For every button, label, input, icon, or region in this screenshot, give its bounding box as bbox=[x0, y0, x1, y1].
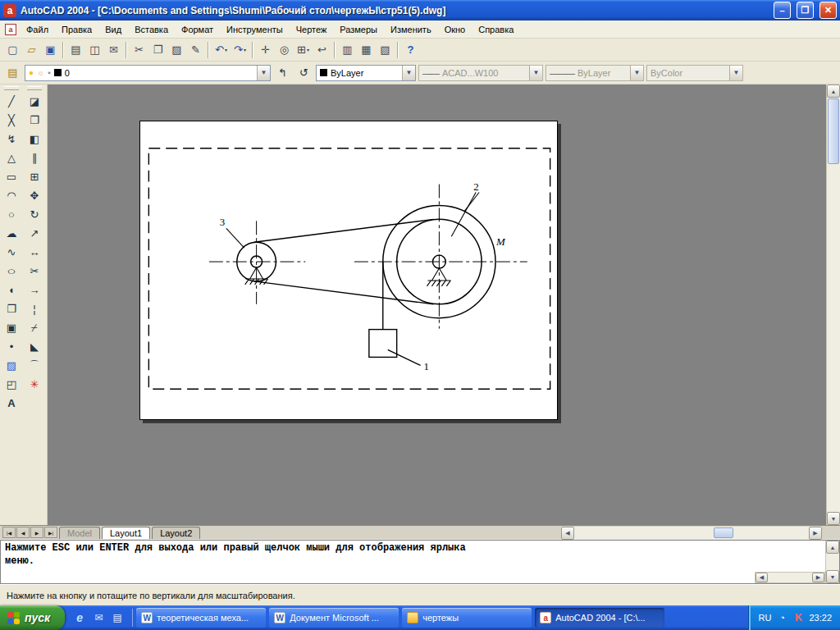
move-button[interactable]: ✥ bbox=[24, 186, 45, 205]
circle-button[interactable]: ○ bbox=[1, 205, 22, 224]
spline-button[interactable]: ∿ bbox=[1, 243, 22, 262]
break-at-point-button[interactable]: ¦ bbox=[24, 299, 45, 318]
command-window[interactable]: Нажмите ESC или ENTER для выхода или пра… bbox=[0, 540, 840, 584]
scroll-right-icon[interactable]: ▶ bbox=[809, 527, 822, 540]
scroll-left-icon[interactable]: ◀ bbox=[561, 527, 574, 540]
paper-sheet[interactable]: 1 2 3 M bbox=[139, 121, 558, 420]
tab-nav-first[interactable]: |◀ bbox=[2, 527, 16, 538]
point-button[interactable]: • bbox=[1, 337, 22, 356]
scroll-left-icon[interactable]: ◀ bbox=[756, 573, 768, 582]
scale-button[interactable]: ↗ bbox=[24, 224, 45, 243]
scrollbar-thumb[interactable] bbox=[714, 527, 733, 538]
line-button[interactable]: ╱ bbox=[1, 92, 22, 111]
horizontal-scrollbar[interactable]: ◀ ▶ bbox=[561, 527, 822, 539]
zoom-window-button[interactable]: ⊞ bbox=[294, 40, 313, 59]
ellipse-button[interactable]: ○ bbox=[1, 262, 22, 281]
tab-layout1[interactable]: Layout1 bbox=[102, 527, 150, 539]
chevron-down-icon[interactable]: ▼ bbox=[630, 66, 643, 80]
vertical-scrollbar[interactable]: ▲ ▼ bbox=[826, 84, 840, 525]
match-properties-button[interactable]: ✎ bbox=[186, 40, 205, 59]
menu-draw[interactable]: Чертеж bbox=[290, 22, 334, 37]
construction-line-button[interactable]: ╳ bbox=[1, 111, 22, 130]
stretch-button[interactable]: ↔ bbox=[24, 243, 45, 262]
menu-file[interactable]: Файл bbox=[20, 22, 55, 37]
make-object-layer-current-button[interactable]: ↰ bbox=[273, 63, 292, 82]
command-horizontal-scrollbar[interactable]: ◀ ▶ bbox=[755, 572, 825, 583]
layer-combo[interactable]: ● ☼ ▪ 0 ▼ bbox=[25, 65, 271, 81]
paste-button[interactable]: ▨ bbox=[167, 40, 186, 59]
quicklaunch-desktop-icon[interactable]: ▤ bbox=[109, 609, 126, 626]
break-button[interactable]: ⌿ bbox=[24, 318, 45, 337]
start-button[interactable]: пуск bbox=[0, 605, 65, 630]
lineweight-combo[interactable]: ——— ByLayer ▼ bbox=[546, 65, 644, 81]
chamfer-button[interactable]: ◣ bbox=[24, 337, 45, 356]
chevron-down-icon[interactable]: ▼ bbox=[729, 66, 742, 80]
menu-format[interactable]: Формат bbox=[175, 22, 220, 37]
menu-dimension[interactable]: Размеры bbox=[333, 22, 384, 37]
pan-button[interactable]: ✛ bbox=[256, 40, 275, 59]
polyline-button[interactable]: ↯ bbox=[1, 130, 22, 148]
copy-button[interactable]: ❐ bbox=[148, 40, 167, 59]
insert-block-button[interactable]: ❐ bbox=[1, 299, 22, 318]
chevron-down-icon[interactable]: ▼ bbox=[257, 66, 270, 80]
hatch-button[interactable]: ▨ bbox=[1, 356, 22, 375]
revision-cloud-button[interactable]: ☁ bbox=[1, 224, 22, 243]
scroll-up-icon[interactable]: ▲ bbox=[826, 541, 839, 554]
layer-previous-button[interactable]: ↺ bbox=[294, 63, 313, 82]
zoom-previous-button[interactable]: ↩ bbox=[313, 40, 331, 59]
explode-button[interactable]: ✳ bbox=[24, 375, 45, 394]
extend-button[interactable]: → bbox=[24, 281, 45, 299]
mtext-button[interactable]: A bbox=[1, 394, 22, 413]
redo-button[interactable]: ↷ bbox=[231, 40, 249, 59]
make-block-button[interactable]: ▣ bbox=[1, 318, 22, 337]
restore-button[interactable]: ❐ bbox=[797, 2, 814, 19]
tool-palettes-button[interactable]: ▧ bbox=[376, 40, 395, 59]
properties-button[interactable]: ▥ bbox=[338, 40, 357, 59]
polygon-button[interactable]: △ bbox=[1, 148, 22, 167]
mirror-button[interactable]: ◧ bbox=[24, 130, 45, 148]
kaspersky-icon[interactable]: K bbox=[792, 612, 804, 623]
quicklaunch-ie-icon[interactable]: e bbox=[71, 609, 88, 626]
erase-button[interactable]: ◪ bbox=[24, 92, 45, 111]
ellipse-arc-button[interactable]: ◖ bbox=[1, 281, 22, 299]
menu-edit[interactable]: Правка bbox=[55, 22, 98, 37]
scroll-down-icon[interactable]: ▼ bbox=[827, 512, 840, 525]
menu-help[interactable]: Справка bbox=[472, 22, 520, 37]
tab-nav-prev[interactable]: ◀ bbox=[16, 527, 30, 538]
layer-properties-button[interactable]: ▤ bbox=[3, 63, 22, 82]
help-button[interactable]: ? bbox=[401, 40, 420, 59]
open-button[interactable]: ▱ bbox=[22, 40, 41, 59]
toolbar-grip[interactable] bbox=[4, 86, 19, 90]
minimize-button[interactable]: – bbox=[774, 2, 791, 19]
tab-model[interactable]: Model bbox=[59, 527, 100, 539]
tab-nav-next[interactable]: ▶ bbox=[30, 527, 43, 538]
chevron-down-icon[interactable]: ▼ bbox=[529, 66, 542, 80]
task-folder[interactable]: чертежы bbox=[402, 608, 532, 628]
array-button[interactable]: ⊞ bbox=[24, 167, 45, 186]
task-autocad[interactable]: a AutoCAD 2004 - [C:\... bbox=[535, 608, 664, 628]
layout-canvas[interactable]: 1 2 3 M ▲ ▼ bbox=[48, 84, 840, 525]
publish-button[interactable]: ✉ bbox=[104, 40, 123, 59]
plot-button[interactable]: ▤ bbox=[66, 40, 85, 59]
plot-preview-button[interactable]: ◫ bbox=[85, 40, 104, 59]
menu-window[interactable]: Окно bbox=[438, 22, 472, 37]
task-word-doc1[interactable]: W теоретическая меха... bbox=[136, 608, 266, 628]
region-button[interactable]: ◰ bbox=[1, 375, 22, 394]
scroll-down-icon[interactable]: ▼ bbox=[826, 570, 839, 583]
new-button[interactable]: ▢ bbox=[3, 40, 22, 59]
rectangle-button[interactable]: ▭ bbox=[1, 167, 22, 186]
scroll-right-icon[interactable]: ▶ bbox=[812, 573, 824, 582]
designcenter-button[interactable]: ▦ bbox=[357, 40, 376, 59]
cut-button[interactable]: ✂ bbox=[130, 40, 148, 59]
zoom-realtime-button[interactable]: ◎ bbox=[275, 40, 294, 59]
trim-button[interactable]: ✂ bbox=[24, 262, 45, 281]
linetype-combo[interactable]: —— ACAD...W100 ▼ bbox=[418, 65, 543, 81]
scrollbar-thumb[interactable] bbox=[828, 98, 839, 164]
tray-status-icon[interactable]: ◔ bbox=[776, 613, 788, 623]
rotate-button[interactable]: ↻ bbox=[24, 205, 45, 224]
tab-layout2[interactable]: Layout2 bbox=[152, 527, 200, 539]
quicklaunch-mail-icon[interactable]: ✉ bbox=[90, 609, 107, 626]
color-combo[interactable]: ByLayer ▼ bbox=[316, 65, 416, 81]
close-button[interactable]: ✕ bbox=[819, 2, 837, 19]
menu-tools[interactable]: Инструменты bbox=[220, 22, 290, 37]
